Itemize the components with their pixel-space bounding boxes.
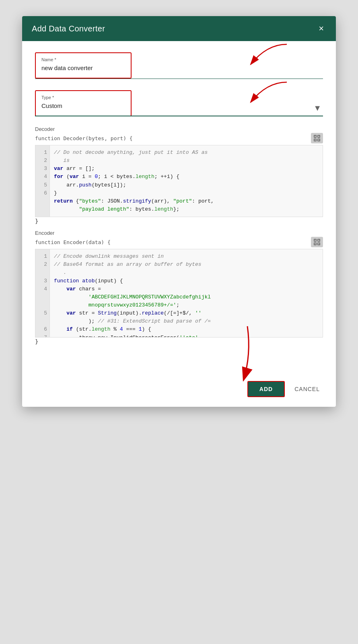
dialog-header: Add Data Converter × [22, 16, 336, 41]
decoder-code[interactable]: // Do not decode anything, just put it i… [50, 145, 323, 217]
decoder-expand-button[interactable] [311, 133, 323, 143]
decoder-section: Decoder function Decoder(bytes, port) { … [35, 126, 323, 224]
decoder-label: Decoder [35, 126, 323, 132]
encoder-function-sig: function Encoder(data) { [35, 237, 323, 247]
svg-rect-4 [314, 139, 316, 141]
dialog-title: Add Data Converter [32, 24, 105, 33]
encoder-closing-brace: } [35, 338, 323, 345]
name-input[interactable] [41, 63, 125, 74]
encoder-label: Encoder [35, 230, 323, 236]
svg-rect-5 [318, 139, 320, 141]
svg-rect-7 [318, 239, 320, 241]
decoder-line-numbers: 123456 [35, 145, 50, 217]
add-button[interactable]: ADD [247, 381, 285, 397]
close-button[interactable]: × [316, 23, 326, 34]
svg-rect-2 [314, 135, 316, 137]
encoder-editor[interactable]: 12 34 5 67 // Encode downlink messages s… [35, 249, 323, 338]
add-data-converter-dialog: Add Data Converter × Name * [22, 16, 336, 407]
cancel-button[interactable]: CANCEL [291, 382, 323, 396]
encoder-section: Encoder function Encoder(data) { 12 34 5… [35, 230, 323, 345]
encoder-line-numbers: 12 34 5 67 [35, 249, 50, 338]
decoder-function-sig: function Decoder(bytes, port) { [35, 133, 323, 143]
svg-rect-9 [318, 243, 320, 245]
svg-rect-3 [318, 135, 320, 137]
encoder-code[interactable]: // Encode downlink messages sent in // B… [50, 249, 323, 338]
svg-rect-6 [314, 239, 316, 241]
dialog-body: Name * Type * [22, 41, 336, 358]
dialog-footer: ADD CANCEL [22, 375, 336, 407]
encoder-expand-button[interactable] [311, 237, 323, 247]
decoder-editor[interactable]: 123456 // Do not decode anything, just p… [35, 145, 323, 217]
name-label: Name * [41, 57, 125, 62]
svg-rect-8 [314, 243, 316, 245]
decoder-closing-brace: } [35, 218, 323, 224]
